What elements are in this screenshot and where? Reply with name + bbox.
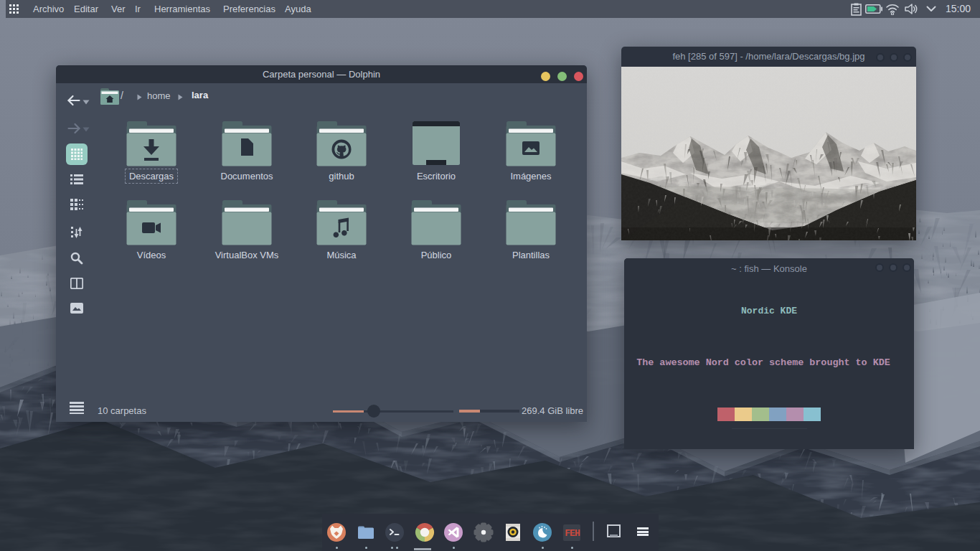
svg-text:FEH: FEH [565,528,580,539]
